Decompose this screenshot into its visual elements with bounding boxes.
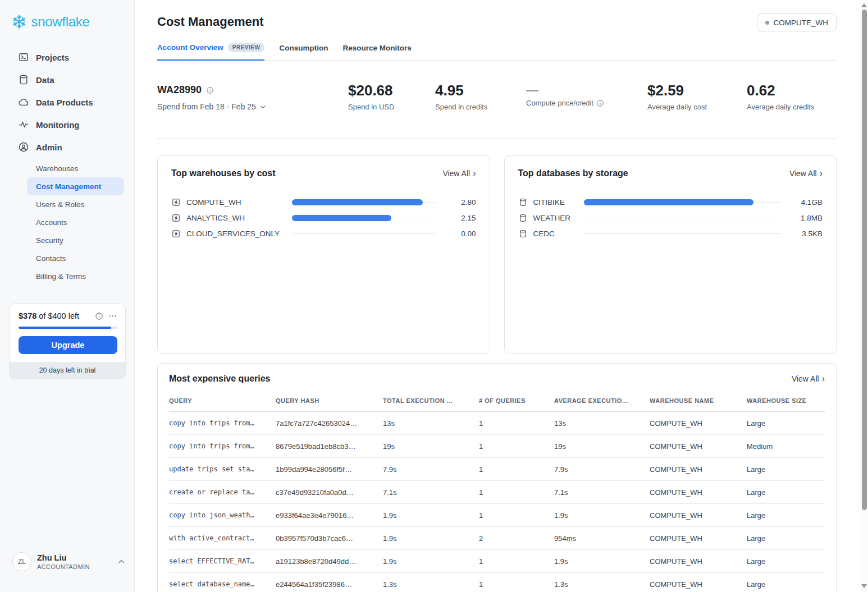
- warehouse-bar-row: ANALYTICS_WH 2.15: [171, 210, 476, 226]
- more-options-icon[interactable]: ⋯: [108, 313, 117, 319]
- bar-fill: [292, 199, 423, 205]
- sidebar-item-monitoring[interactable]: Monitoring: [0, 113, 134, 136]
- sidebar-subitem-label: Cost Management: [36, 182, 101, 191]
- sidebar-item-data-products[interactable]: Data Products: [0, 91, 134, 113]
- warehouse-size-cell: Large: [747, 488, 825, 497]
- bar-fill: [584, 199, 753, 205]
- stat-label: Compute price/credit: [526, 99, 593, 107]
- view-all-label: View All: [789, 169, 817, 178]
- column-header-query-hash[interactable]: QUERY HASH: [276, 397, 383, 404]
- view-all-databases-link[interactable]: View All ›: [789, 169, 823, 178]
- vertical-scrollbar[interactable]: [860, 0, 868, 592]
- admin-icon: [18, 141, 29, 153]
- upgrade-button[interactable]: Upgrade: [19, 336, 117, 354]
- avg-execution-cell: 954ms: [554, 534, 650, 543]
- warehouse-bar-row: CLOUD_SERVICES_ONLY 0.00: [171, 226, 476, 241]
- sidebar-item-contacts[interactable]: Contacts: [27, 249, 124, 267]
- table-row[interactable]: with active_contract… 0b3957f570d3b7cac6…: [169, 527, 825, 550]
- sidebar-subitem-label: Billing & Terms: [36, 272, 86, 281]
- tab-consumption[interactable]: Consumption: [279, 43, 328, 61]
- sidebar-item-accounts[interactable]: Accounts: [27, 213, 124, 231]
- query-cell: copy into json_weath…: [169, 511, 276, 519]
- view-all-queries-link[interactable]: View All ›: [792, 374, 825, 383]
- sidebar-item-cost-management[interactable]: Cost Management: [27, 177, 124, 195]
- warehouse-name-cell: COMPUTE_WH: [650, 442, 747, 451]
- sidebar-item-data[interactable]: Data: [0, 68, 134, 91]
- preview-badge: PREVIEW: [228, 43, 265, 52]
- brand-wordmark: snowflake: [31, 14, 90, 30]
- stat-avg-daily-cost: $2.59 Average daily cost: [647, 82, 707, 111]
- chevron-right-icon: ›: [822, 375, 825, 383]
- warehouse-context-button[interactable]: COMPUTE_WH: [757, 13, 837, 31]
- num-queries-cell: 1: [479, 580, 554, 589]
- total-execution-cell: 7.1s: [383, 488, 479, 497]
- sidebar-subitem-label: Contacts: [36, 254, 66, 263]
- query-cell: with active_contract…: [169, 534, 276, 542]
- info-icon[interactable]: [596, 99, 604, 107]
- warehouse-name: ANALYTICS_WH: [186, 214, 292, 222]
- column-header-avg-execution[interactable]: AVERAGE EXECUTIO...: [554, 397, 650, 404]
- table-row[interactable]: select EFFECTIVE_RAT… a19123b8e8720d49dd…: [169, 550, 825, 573]
- view-all-warehouses-link[interactable]: View All ›: [442, 169, 476, 178]
- card-title: Most expensive queries: [169, 374, 271, 384]
- scroll-up-arrow-icon[interactable]: [861, 3, 867, 7]
- table-row[interactable]: select database_name… e244564a1f35f23986…: [169, 573, 825, 592]
- column-header-warehouse-name[interactable]: WAREHOUSE NAME: [650, 397, 747, 404]
- bar-track: [584, 199, 782, 205]
- query-cell: copy into trips from…: [169, 442, 276, 450]
- num-queries-cell: 1: [479, 488, 554, 497]
- table-row[interactable]: create or replace ta… c37e49d93210fa0a0d…: [169, 481, 825, 504]
- stat-label: Average daily credits: [747, 103, 814, 111]
- status-dot-icon: [765, 21, 769, 25]
- table-row[interactable]: copy into json_weath… e933f64ae3e4e79016…: [169, 504, 825, 527]
- warehouse-size-cell: Large: [747, 419, 825, 428]
- warehouse-size-cell: Large: [747, 511, 825, 520]
- trial-amount-rest: of $400 left: [36, 311, 79, 320]
- warehouse-name-cell: COMPUTE_WH: [650, 488, 747, 497]
- snowflake-logo[interactable]: ❄ snowflake: [0, 0, 134, 33]
- stat-spend-usd: $20.68 Spend in USD: [348, 82, 394, 111]
- num-queries-cell: 1: [479, 442, 554, 451]
- info-icon[interactable]: [206, 86, 214, 94]
- sidebar-item-users-roles[interactable]: Users & Roles: [27, 195, 124, 213]
- scrollbar-thumb[interactable]: [862, 10, 867, 510]
- database-value: 1.8MB: [790, 214, 823, 222]
- database-icon: [518, 229, 528, 238]
- warehouse-name: CLOUD_SERVICES_ONLY: [186, 230, 292, 238]
- total-execution-cell: 1.9s: [383, 557, 479, 566]
- avg-execution-cell: 13s: [554, 419, 650, 428]
- total-execution-cell: 1.9s: [383, 534, 479, 543]
- info-icon[interactable]: [95, 312, 103, 320]
- chevron-right-icon: ›: [473, 169, 476, 177]
- sidebar-item-projects[interactable]: Projects: [0, 46, 134, 68]
- trial-progress-fill: [19, 327, 111, 329]
- trial-days-left: 20 days left in trial: [10, 362, 125, 379]
- scroll-down-arrow-icon[interactable]: [861, 584, 867, 588]
- tab-account-overview[interactable]: Account Overview PREVIEW: [157, 43, 264, 61]
- sidebar-item-admin[interactable]: Admin: [0, 136, 134, 158]
- user-menu[interactable]: ZL Zhu Liu ACCOUNTADMIN: [12, 552, 125, 571]
- chevron-up-icon[interactable]: [117, 558, 125, 566]
- sidebar-item-warehouses[interactable]: Warehouses: [27, 159, 124, 177]
- date-range-selector[interactable]: Spend from Feb 18 - Feb 25: [157, 102, 267, 111]
- trial-amount: $378 of $400 left: [19, 311, 79, 320]
- sidebar-item-security[interactable]: Security: [27, 231, 124, 249]
- column-header-query[interactable]: QUERY: [169, 397, 276, 404]
- total-execution-cell: 1.9s: [383, 511, 479, 520]
- tab-label: Consumption: [279, 44, 328, 52]
- column-header-total-execution[interactable]: TOTAL EXECUTION ...: [383, 397, 479, 404]
- sidebar-subitem-label: Warehouses: [36, 164, 78, 173]
- query-cell: copy into trips from…: [169, 419, 276, 427]
- table-row[interactable]: update trips set sta… 1b99da994e28056f5f…: [169, 458, 825, 481]
- warehouse-bar-row: COMPUTE_WH 2.80: [171, 194, 476, 210]
- table-row[interactable]: copy into trips from… 7a1fc7a727c4265302…: [169, 412, 825, 435]
- tab-resource-monitors[interactable]: Resource Monitors: [342, 43, 411, 61]
- chevron-right-icon: ›: [820, 169, 823, 177]
- bar-track: [292, 199, 435, 205]
- warehouse-value: 0.00: [444, 230, 476, 238]
- stat-avg-daily-credits: 0.62 Average daily credits: [747, 82, 814, 111]
- column-header-num-queries[interactable]: # OF QUERIES: [479, 397, 554, 404]
- sidebar-item-billing-terms[interactable]: Billing & Terms: [27, 267, 124, 285]
- table-row[interactable]: copy into trips from… 8679e519bad1eb8cb3…: [169, 435, 825, 458]
- column-header-warehouse-size[interactable]: WAREHOUSE SIZE: [747, 397, 825, 404]
